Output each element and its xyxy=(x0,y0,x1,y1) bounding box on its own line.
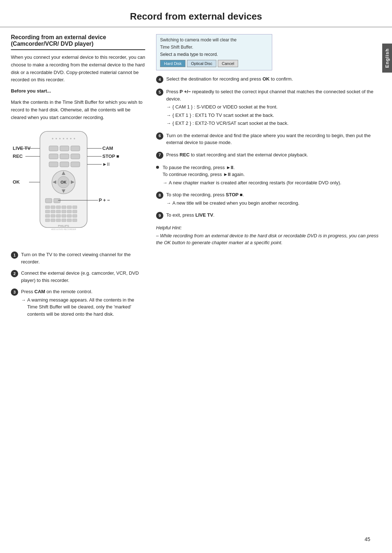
step-5-text: Press P +/− repeatedly to select the cor… xyxy=(166,88,385,127)
cancel-button[interactable]: Cancel xyxy=(218,60,238,67)
svg-text:OK: OK xyxy=(61,180,67,184)
svg-text:HDD & DVD RECORDER: HDD & DVD RECORDER xyxy=(51,228,76,230)
helpful-hint-text: – While recording from an external devic… xyxy=(156,233,379,246)
section-heading: Recording from an external device (Camco… xyxy=(11,34,145,50)
info-box: Switching to camera mode will clear the … xyxy=(156,34,272,70)
svg-rect-31 xyxy=(73,206,77,209)
step-9: 9 To exit, press LIVE TV. xyxy=(156,212,385,219)
svg-text:REC: REC xyxy=(13,153,23,159)
svg-rect-40 xyxy=(56,214,61,217)
info-box-line1: Switching to camera mode will clear the xyxy=(160,37,268,42)
svg-rect-38 xyxy=(45,214,50,217)
svg-rect-30 xyxy=(67,206,72,209)
svg-rect-32 xyxy=(45,210,50,213)
svg-rect-25 xyxy=(54,198,60,203)
svg-rect-29 xyxy=(62,206,66,209)
step-7-text: Press REC to start recording and start t… xyxy=(166,151,385,159)
step-3-text: Press CAM on the remote control. A warni… xyxy=(21,288,145,318)
svg-point-4 xyxy=(63,138,64,139)
svg-text:►II: ►II xyxy=(102,161,110,167)
right-column: Switching to camera mode will clear the … xyxy=(152,34,385,322)
step-1: 1 Turn on the TV to the correct viewing … xyxy=(11,251,145,265)
svg-point-1 xyxy=(52,138,53,139)
left-column: Recording from an external device (Camco… xyxy=(11,34,145,322)
svg-text:P + −: P + − xyxy=(99,197,110,203)
step-5-arrow-3: { EXT 2 } : EXT2-TO VCR/SAT scart socket… xyxy=(166,120,385,127)
step-4: 4 Select the destination for recording a… xyxy=(156,75,385,83)
step-6: 6 Turn on the external device and find t… xyxy=(156,132,385,146)
step-num-7: 7 xyxy=(156,152,163,159)
info-box-line2: Time Shift Buffer. xyxy=(160,45,268,50)
svg-text:STOP ■: STOP ■ xyxy=(102,153,119,159)
info-box-buttons: Hard Disk Optical Disc Cancel xyxy=(160,60,268,67)
step-num-6: 6 xyxy=(156,132,163,140)
svg-rect-28 xyxy=(56,206,61,209)
right-steps-list: 4 Select the destination for recording a… xyxy=(156,75,385,219)
svg-rect-46 xyxy=(56,219,61,222)
helpful-hint-title: Helpful Hint: xyxy=(156,224,385,232)
step-1-text: Turn on the TV to the correct viewing ch… xyxy=(21,251,145,265)
svg-text:LIVE TV: LIVE TV xyxy=(13,146,30,151)
svg-rect-9 xyxy=(60,146,69,151)
svg-rect-26 xyxy=(45,206,50,209)
hard-disk-button[interactable]: Hard Disk xyxy=(160,60,185,67)
step-num-3: 3 xyxy=(11,288,18,296)
step-8-text: To stop the recording, press STOP ■. A n… xyxy=(166,191,385,206)
step-num-5: 5 xyxy=(156,89,163,96)
step-2-text: Connect the external device (e.g. camcor… xyxy=(21,270,145,284)
step-2: 2 Connect the external device (e.g. camc… xyxy=(11,270,145,284)
side-tab-english: English xyxy=(382,44,392,73)
step-3: 3 Press CAM on the remote control. A war… xyxy=(11,288,145,318)
step-6-text: Turn on the external device and find the… xyxy=(166,132,385,146)
svg-text:OK: OK xyxy=(13,179,20,185)
svg-text:PHILIPS: PHILIPS xyxy=(58,224,69,228)
svg-point-2 xyxy=(56,138,57,139)
helpful-hint: Helpful Hint: – While recording from an … xyxy=(156,224,385,246)
step-bullet-text: To pause the recording, press ►II. To co… xyxy=(163,164,385,187)
svg-rect-15 xyxy=(60,162,69,167)
svg-rect-47 xyxy=(62,219,66,222)
svg-rect-33 xyxy=(51,210,55,213)
svg-rect-49 xyxy=(73,219,77,222)
left-steps-list: 1 Turn on the TV to the correct viewing … xyxy=(11,251,145,318)
bullet-dot xyxy=(156,166,159,169)
svg-rect-14 xyxy=(49,162,58,167)
svg-rect-11 xyxy=(49,154,58,159)
step-bullet: To pause the recording, press ►II. To co… xyxy=(156,164,385,187)
svg-point-3 xyxy=(59,138,61,139)
svg-rect-35 xyxy=(62,210,66,213)
before-start-text: Mark the contents in the Time Shift Buff… xyxy=(11,99,145,121)
step-5-arrow-1: { CAM 1 } : S-VIDEO or VIDEO socket at t… xyxy=(166,103,385,111)
step-num-9: 9 xyxy=(156,212,163,219)
svg-rect-16 xyxy=(71,162,80,167)
before-start-label: Before you start... xyxy=(11,87,145,95)
step-7: 7 Press REC to start recording and start… xyxy=(156,151,385,159)
svg-rect-13 xyxy=(71,154,80,159)
step-num-1: 1 xyxy=(11,251,18,259)
optical-disc-button[interactable]: Optical Disc xyxy=(187,60,216,67)
svg-rect-42 xyxy=(67,214,72,217)
svg-text:CAM: CAM xyxy=(102,146,113,151)
step-3-arrow: A warning message appears. All the conte… xyxy=(21,296,145,318)
step-num-4: 4 xyxy=(156,76,163,83)
step-8-arrow: A new title will be created when you beg… xyxy=(166,200,385,207)
info-box-line3: Select a media type to record. xyxy=(160,52,268,57)
page-number: 45 xyxy=(364,536,370,542)
svg-rect-43 xyxy=(73,214,77,217)
svg-rect-10 xyxy=(71,146,80,151)
svg-rect-12 xyxy=(60,154,69,159)
svg-rect-44 xyxy=(45,219,50,222)
step-4-text: Select the destination for recording and… xyxy=(166,75,385,83)
svg-point-7 xyxy=(74,138,75,139)
svg-point-5 xyxy=(66,138,68,139)
svg-point-6 xyxy=(70,138,72,139)
page-title: Record from external devices xyxy=(0,0,392,28)
svg-rect-37 xyxy=(73,210,77,213)
step-num-8: 8 xyxy=(156,192,163,199)
step-8: 8 To stop the recording, press STOP ■. A… xyxy=(156,191,385,206)
intro-text: When you connect your external device to… xyxy=(11,54,145,84)
step-5-arrow-2: { EXT 1 } : EXT1 TO TV scart socket at t… xyxy=(166,112,385,119)
svg-rect-48 xyxy=(67,219,72,222)
remote-diagram: OK xyxy=(11,128,127,244)
svg-rect-24 xyxy=(45,198,52,203)
